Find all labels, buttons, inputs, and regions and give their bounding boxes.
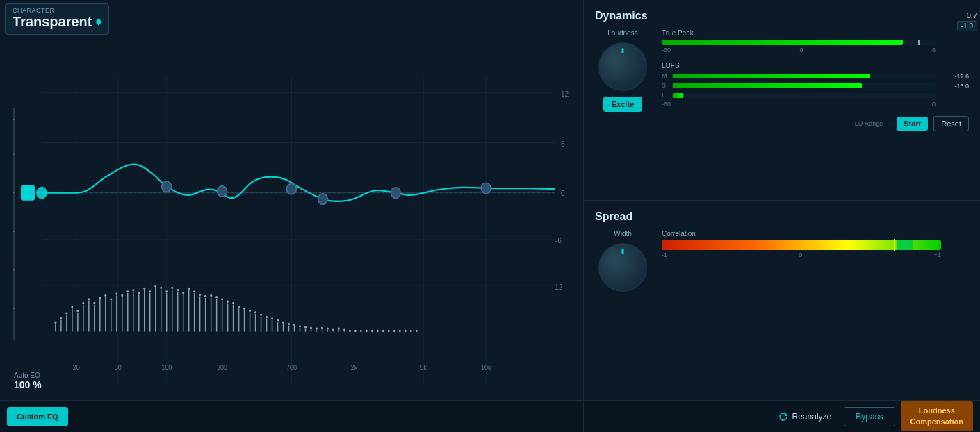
lufs-m-bar-wrap: [673, 74, 936, 78]
character-arrows[interactable]: [96, 18, 101, 26]
svg-point-18: [318, 194, 327, 205]
svg-point-46: [121, 294, 123, 297]
svg-point-76: [204, 295, 206, 297]
dynamics-body: Loudness Excite True Peak: [595, 29, 969, 131]
spread-section: Spread Width Correlation: [584, 201, 980, 401]
svg-point-26: [65, 312, 67, 314]
svg-point-34: [88, 298, 90, 300]
svg-point-148: [405, 330, 407, 332]
width-knob[interactable]: [598, 243, 647, 292]
lufs-m-label: M: [662, 72, 670, 79]
lufs-s-bar-wrap: [673, 83, 936, 88]
lufs-s-bar: [673, 83, 862, 88]
svg-point-112: [304, 326, 307, 328]
width-knob-dot: [622, 249, 624, 254]
svg-point-150: [410, 330, 412, 332]
svg-point-152: [416, 330, 418, 332]
spread-title: Spread: [595, 210, 969, 223]
svg-point-136: [371, 330, 373, 332]
custom-eq-button[interactable]: Custom EQ: [7, 407, 68, 426]
svg-point-48: [126, 290, 129, 292]
eq-canvas: 12 6 0 -6 -12 20 50 100 300 700 2k 5k 10…: [0, 0, 583, 432]
correlation-marker: [894, 239, 895, 251]
svg-point-38: [99, 297, 101, 299]
eq-panel: Character Transparent: [0, 0, 584, 432]
svg-point-28: [71, 306, 73, 308]
excite-button[interactable]: Excite: [603, 97, 642, 112]
character-value: Transparent: [13, 14, 101, 30]
svg-point-90: [243, 308, 245, 310]
right-panel: Dynamics Loudness Excite True Peak: [584, 0, 980, 432]
svg-point-120: [327, 327, 329, 329]
character-down-arrow[interactable]: [96, 22, 101, 26]
lu-range-value: -: [888, 119, 891, 128]
svg-point-142: [388, 330, 390, 332]
lufs-i-bar: [673, 93, 683, 98]
eq-svg: 12 6 0 -6 -12 20 50 100 300 700 2k 5k 10…: [0, 0, 583, 432]
svg-point-68: [182, 292, 184, 294]
svg-point-144: [393, 330, 395, 332]
character-up-arrow[interactable]: [96, 18, 101, 22]
main-container: Character Transparent: [0, 0, 980, 432]
svg-point-22: [54, 322, 56, 324]
svg-point-17: [287, 183, 297, 194]
svg-point-32: [82, 302, 84, 304]
svg-text:0: 0: [561, 189, 565, 198]
svg-point-56: [149, 290, 151, 292]
character-label: Character: [13, 7, 101, 14]
loudness-compensation-button[interactable]: Loudness Compensation: [901, 401, 973, 431]
correlation-green-bar: [897, 240, 913, 250]
svg-point-52: [138, 292, 140, 294]
svg-point-114: [310, 326, 312, 329]
lufs-m-bar: [673, 74, 870, 78]
auto-eq-label: Auto EQ: [14, 372, 42, 379]
svg-point-30: [76, 310, 79, 312]
svg-text:50: 50: [115, 364, 122, 372]
reanalyze-icon: [778, 412, 788, 422]
svg-point-96: [260, 314, 262, 316]
loudness-knob[interactable]: [598, 42, 647, 91]
svg-point-80: [215, 296, 218, 298]
svg-text:10k: 10k: [481, 364, 491, 372]
correlation-area: Correlation -1 0 +1 0.7: [662, 230, 969, 258]
auto-eq-info: Auto EQ 100 %: [14, 372, 42, 390]
correlation-label: Correlation: [662, 230, 969, 238]
svg-point-16: [218, 186, 227, 197]
reset-button[interactable]: Reset: [933, 116, 969, 131]
right-bottom-bar: Reanalyze Bypass Loudness Compensation: [584, 400, 980, 432]
lu-range-row: LU Range - Start Reset: [662, 116, 969, 131]
svg-point-64: [171, 287, 173, 289]
start-button[interactable]: Start: [897, 117, 928, 131]
svg-point-102: [277, 319, 279, 321]
svg-point-42: [110, 298, 112, 300]
spread-body: Width Correlation: [595, 230, 969, 292]
svg-point-106: [288, 323, 290, 325]
dynamics-title: Dynamics: [595, 10, 969, 22]
svg-point-124: [338, 327, 340, 329]
svg-point-122: [332, 329, 334, 331]
svg-point-24: [60, 317, 62, 319]
svg-point-98: [266, 316, 268, 318]
correlation-value: 0.7: [967, 11, 977, 19]
svg-point-20: [481, 183, 491, 194]
lufs-scale: -60 0: [662, 101, 936, 108]
svg-point-88: [238, 306, 240, 308]
lu-range-label: LU Range: [855, 120, 883, 127]
svg-point-82: [221, 298, 223, 300]
svg-point-140: [382, 330, 384, 332]
svg-point-108: [293, 324, 295, 326]
svg-point-134: [366, 330, 368, 332]
bypass-button[interactable]: Bypass: [844, 407, 895, 426]
svg-point-70: [188, 288, 190, 290]
lufs-m-value: -12.6: [954, 73, 969, 80]
true-peak-group: True Peak -60 0 6 -1: [662, 29, 969, 53]
svg-point-36: [93, 302, 95, 304]
svg-text:20: 20: [73, 364, 80, 372]
svg-text:6: 6: [561, 140, 565, 149]
svg-point-58: [154, 285, 156, 287]
svg-point-92: [249, 310, 251, 312]
svg-point-86: [232, 302, 234, 304]
reanalyze-button[interactable]: Reanalyze: [771, 408, 839, 426]
svg-text:-12: -12: [553, 282, 563, 291]
svg-point-118: [321, 326, 323, 329]
